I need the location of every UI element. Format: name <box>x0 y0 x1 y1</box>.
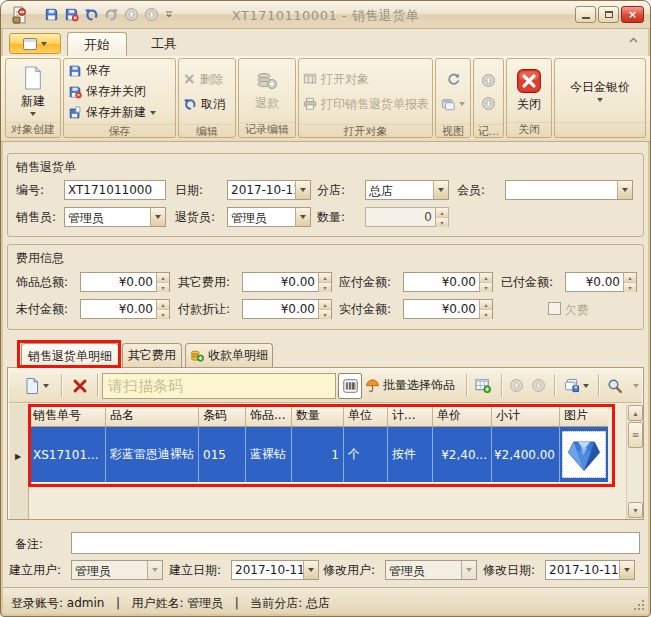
detail-panel: 批量选择饰品 <box>7 367 644 520</box>
move-down-button[interactable] <box>528 373 548 398</box>
created-on-label: 建立日期: <box>169 560 221 580</box>
refund-button[interactable]: 退款 <box>241 61 293 120</box>
app-menu-button[interactable] <box>9 33 61 54</box>
spinner-buttons[interactable]: ▴▾ <box>318 273 331 291</box>
fee-actual-spinner[interactable]: ¥0.00 ▴▾ <box>403 299 493 319</box>
seller-combobox[interactable]: 管理员 <box>64 207 166 227</box>
group-open-object: 打开对象 打印销售退货单报表 打开对象 <box>298 58 433 138</box>
toolbar-overflow-icon[interactable] <box>630 373 642 398</box>
date-combobox[interactable]: 2017-10-11 <box>227 180 311 200</box>
column-header[interactable]: 条码 <box>199 404 246 427</box>
delete-row-button[interactable] <box>67 373 93 398</box>
spinner-buttons[interactable]: ▴▾ <box>623 273 636 291</box>
export-button[interactable] <box>559 373 593 398</box>
batch-select-button[interactable]: 批量选择饰品 <box>365 373 463 398</box>
refresh-icon <box>446 72 461 87</box>
open-object-button[interactable]: 打开对象 <box>303 70 432 89</box>
grid-vertical-scrollbar[interactable]: ▴ ≡ ▾ <box>626 404 643 519</box>
spinner-buttons[interactable]: ▴▾ <box>156 300 169 318</box>
refresh-button[interactable] <box>446 70 461 89</box>
spinner-buttons[interactable]: ▴▾ <box>435 208 448 226</box>
spinner-buttons[interactable]: ▴▾ <box>479 273 492 291</box>
order-no-input[interactable] <box>64 180 166 200</box>
order-no-label: 编号: <box>16 180 44 200</box>
created-on-combobox[interactable]: 2017-10-11 <box>231 560 319 580</box>
scroll-thumb[interactable]: ≡ <box>628 422 643 448</box>
close-window-button[interactable]: × <box>621 6 644 23</box>
resize-grip[interactable] <box>642 608 644 610</box>
member-label: 会员: <box>457 180 485 200</box>
record-prev-button[interactable] <box>481 73 496 88</box>
column-header[interactable]: 单价 <box>433 404 492 427</box>
combo-arrow-icon[interactable] <box>295 208 310 226</box>
column-header[interactable]: 销售单号 <box>29 404 106 427</box>
delete-button[interactable]: × 删除 <box>183 70 235 89</box>
combo-arrow-icon[interactable] <box>619 561 634 579</box>
grid-row-header-column[interactable]: ▶ <box>10 404 29 519</box>
scroll-up-icon[interactable]: ▴ <box>628 405 643 421</box>
fee-other-spinner[interactable]: ¥0.00 ▴▾ <box>242 272 332 292</box>
record-next-button[interactable] <box>481 96 496 111</box>
modified-by-combobox[interactable]: 管理员 <box>385 560 477 580</box>
remark-input[interactable] <box>71 532 640 554</box>
search-button[interactable] <box>603 373 627 398</box>
maximize-button[interactable] <box>598 6 619 23</box>
fee-payable-spinner[interactable]: ¥0.00 ▴▾ <box>403 272 493 292</box>
save-close-button[interactable]: 保存并关闭 <box>68 82 175 101</box>
arrears-checkbox[interactable] <box>548 302 561 315</box>
combo-arrow-icon[interactable] <box>295 181 310 199</box>
column-header[interactable]: 小计 <box>492 404 560 427</box>
combo-arrow-icon[interactable] <box>433 181 448 199</box>
fee-paid-spinner[interactable]: ¥0.00 ▴▾ <box>565 272 637 292</box>
view-layout-button[interactable] <box>441 95 465 114</box>
fee-unpaid-spinner[interactable]: ¥0.00 ▴▾ <box>80 299 170 319</box>
qty-spinner[interactable]: 0 ▴▾ <box>365 207 449 227</box>
column-header[interactable]: 品名 <box>106 404 199 427</box>
group-edit: × 删除 取消 编辑 <box>178 58 236 138</box>
spinner-buttons[interactable]: ▴▾ <box>318 300 331 318</box>
tab-receipt-detail[interactable]: 收款单明细 <box>185 343 273 367</box>
fee-total-spinner[interactable]: ¥0.00 ▴▾ <box>80 272 170 292</box>
ribbon-collapse-icon[interactable] <box>629 37 638 43</box>
group-caption: 记... <box>474 124 503 137</box>
new-button[interactable]: 新建 <box>8 61 58 120</box>
spinner-buttons[interactable]: ▴▾ <box>479 300 492 318</box>
modified-on-combobox[interactable]: 2017-10-11 <box>545 560 635 580</box>
print-report-button[interactable]: 打印销售退货单报表 <box>303 95 432 114</box>
toolbar-separator <box>554 374 555 397</box>
save-button[interactable]: 保存 <box>68 61 175 80</box>
add-row-button[interactable] <box>17 373 55 398</box>
combo-arrow-icon[interactable] <box>150 208 165 226</box>
barcode-scan-button[interactable] <box>338 373 362 399</box>
title-bar[interactable]: XT1710110001 - 销售退货单 × <box>1 1 650 29</box>
tab-start[interactable]: 开始 <box>67 32 127 56</box>
member-combobox[interactable] <box>505 180 633 200</box>
returner-combobox[interactable]: 管理员 <box>227 207 311 227</box>
cancel-button[interactable]: 取消 <box>183 95 235 114</box>
tab-return-detail[interactable]: 销售退货单明细 <box>21 343 119 368</box>
fees-section-title: 费用信息 <box>16 250 64 267</box>
tab-other-fee[interactable]: 其它费用 <box>122 343 182 367</box>
barcode-input[interactable] <box>102 373 336 399</box>
cell-unit: 个 <box>344 427 388 482</box>
column-header[interactable]: 单位 <box>344 404 388 427</box>
column-header[interactable]: 数量 <box>292 404 344 427</box>
combo-arrow-icon[interactable] <box>617 181 632 199</box>
created-by-combobox[interactable]: 管理员 <box>71 560 163 580</box>
combo-arrow-icon[interactable] <box>303 561 318 579</box>
minimize-button[interactable] <box>575 6 596 23</box>
table-row[interactable]: XS17101... 彩蓝雷恩迪裸钻 015 蓝裸钻 1 个 按件 ¥2,40.… <box>29 427 608 482</box>
branch-combobox[interactable]: 总店 <box>365 180 449 200</box>
move-up-button[interactable] <box>506 373 526 398</box>
column-header[interactable]: 图片 <box>560 404 608 427</box>
save-new-button[interactable]: 保存并新建 <box>68 103 175 122</box>
column-header[interactable]: 饰品... <box>246 404 292 427</box>
gold-price-button[interactable]: 今日金银价 <box>557 61 643 120</box>
fee-discount-spinner[interactable]: ¥0.00 ▴▾ <box>242 299 332 319</box>
scroll-down-icon[interactable]: ▾ <box>628 502 643 518</box>
close-button[interactable]: 关闭 <box>509 61 549 120</box>
column-header[interactable]: 计... <box>388 404 433 427</box>
select-items-button[interactable] <box>471 373 495 398</box>
spinner-buttons[interactable]: ▴▾ <box>156 273 169 291</box>
tab-tools[interactable]: 工具 <box>135 32 193 56</box>
